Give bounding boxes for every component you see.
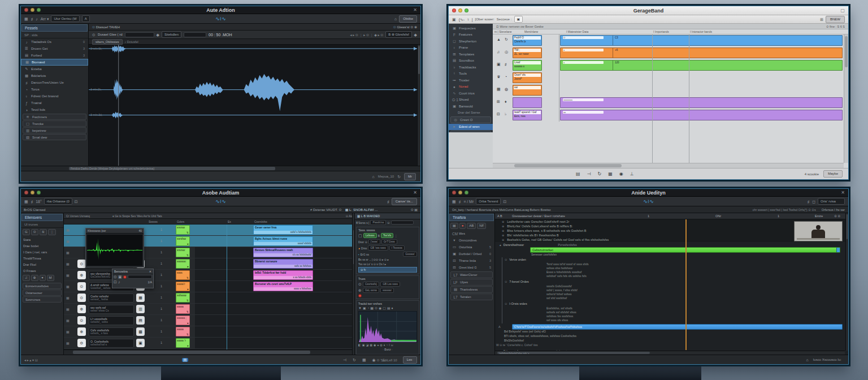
track-lane[interactable]: O C3: [559, 34, 844, 47]
diamond-icon[interactable]: ◆: [414, 33, 417, 37]
track-type-icon[interactable]: ⊟: [497, 112, 500, 116]
panel-icon[interactable]: ⊡: [75, 200, 78, 204]
toolbar-right-button[interactable]: Canve' tis...: [392, 198, 417, 205]
horizontal-scrollbar[interactable]: [493, 163, 844, 168]
track-header-cell[interactable]: Ossrf 'vfs Jssrsf*: [513, 72, 542, 83]
zoom-button[interactable]: [37, 8, 41, 12]
spectrum-tool-icon[interactable]: ▣: [363, 306, 366, 310]
titlebar[interactable]: Asobe Audtiam ✕: [21, 189, 420, 197]
footer-button[interactable]: Maybe: [823, 170, 843, 178]
box-icon[interactable]: ▢: [358, 234, 362, 238]
toolbar-right-button[interactable]: Obtibe: [399, 15, 417, 23]
transport-input[interactable]: [125, 32, 154, 37]
tab-editor[interactable]: Dtwsoef TAVEH: [92, 25, 120, 29]
track-type-icon[interactable]: ▦: [497, 87, 501, 92]
vertical-scrollbar[interactable]: [844, 34, 848, 163]
window-expand-icon[interactable]: ▢: [840, 8, 845, 13]
track-cycle-icon[interactable]: ♯: [505, 62, 507, 66]
track-row[interactable]: ▲ ↻ Fsdrlf O Clsrw'fs (s O: [493, 34, 844, 47]
secondary-left[interactable]: ⊡ Wone nemesn ow Bever Gesbe: [496, 25, 544, 28]
audio-region[interactable]: O C3: [560, 35, 843, 46]
record-icon[interactable]: ⊙: [92, 33, 96, 37]
track-lane[interactable]: s +6: [559, 47, 844, 59]
toggle-button[interactable]: ♫: [23, 275, 30, 281]
search-input[interactable]: [184, 32, 206, 37]
toolbar-icon[interactable]: ♯: [31, 17, 33, 21]
track-fx-icon[interactable]: ▣: [136, 339, 145, 347]
param-row[interactable]: Tss ss Ls' s ⊙ s Os I ▸: [357, 262, 418, 266]
row-toggle-icon[interactable]: [66, 239, 70, 243]
audio-clip[interactable]: Bghs Actsus /dmst rseve ssssf sfsfsfs: [253, 236, 313, 246]
workspace-dropdown[interactable]: Orba Tsrssrd: [476, 198, 501, 205]
spectrum-option-icon[interactable]: ♦: [384, 344, 385, 347]
horizontal-scrollbar[interactable]: [64, 349, 354, 355]
scroll-thumb[interactable]: [73, 351, 310, 354]
track-fx-icon[interactable]: ▥: [136, 305, 145, 313]
clip-badge[interactable]: sssss↯: [176, 304, 190, 314]
track-row[interactable]: ♛ ◔ Ossrf 'vfs Jssrsf*: [493, 72, 844, 84]
spectrum-tool-icon[interactable]: ⊙: [375, 306, 377, 310]
clip-badge[interactable]: ssssss ;▸: [176, 316, 190, 325]
titlebar[interactable]: Aute Adtion ✕: [21, 6, 420, 14]
spectrum-option-icon[interactable]: ◪: [366, 344, 368, 347]
track-lane[interactable]: [559, 84, 844, 97]
param-chip[interactable]: GB 'sss ssss: [368, 245, 388, 251]
track-lane[interactable]: [559, 72, 844, 84]
sidebar-item[interactable]: ▤ Thartrebress: [450, 286, 493, 293]
group-name[interactable]: Dsrsrsfssfrsssr: [504, 243, 524, 247]
transport-right-icons[interactable]: ◂ ▸ ⊙ ⋮ ▸ ⊙ ⋮ ◆ ▸ ⊙: [350, 33, 383, 37]
sidebar-item[interactable]: Ostarseoser: [23, 290, 62, 296]
sidebar-item[interactable]: ▤ Forbed 3: [21, 52, 88, 59]
search-chip[interactable]: Orts' rvisa: [818, 198, 845, 205]
markers-header[interactable]: Tinafsra: [449, 214, 494, 221]
sidebar-item[interactable]: O Fmaes: [21, 267, 63, 274]
sidebar-item[interactable]: ▣ Durbidel / Orbed 0: [449, 251, 494, 257]
footer-icon[interactable]: ▤: [576, 172, 580, 176]
track-type-icon[interactable]: ▣: [497, 62, 501, 67]
panel-input[interactable]: [391, 221, 414, 224]
record-toggle[interactable]: ●: [459, 223, 466, 229]
track-lane[interactable]: ssssssss: [559, 97, 844, 109]
grid-icon[interactable]: ▣: [118, 275, 122, 279]
row-toggle-icon[interactable]: [66, 228, 70, 232]
note-icon[interactable]: ♪: [118, 280, 120, 284]
clips-panel-header[interactable]: Ellensvers: [21, 214, 63, 221]
status-button[interactable]: Mr: [404, 173, 416, 180]
sidebar-item[interactable]: F Features: [449, 32, 493, 38]
row-toggle-icon[interactable]: [66, 307, 70, 311]
table-row[interactable]: ⊕ Csfs vssfssfsfs ssfssfs_ s fsss ▩ 1 ss…: [64, 326, 354, 338]
track-lane[interactable]: s 120: [559, 59, 844, 72]
scroll-thumb[interactable]: [845, 36, 848, 67]
grid-icon[interactable]: ♯: [387, 200, 389, 204]
spectrum-tool-icon[interactable]: ▢: [383, 306, 386, 310]
clip-badge[interactable]: sssss'r▸: [176, 282, 190, 291]
close-button[interactable]: [24, 8, 28, 12]
vertical-scrollbar[interactable]: [845, 213, 848, 351]
table-row[interactable]: ⊙ L'r ussssfssfs ssfssfsf_ ssfss ▤ 1 sss…: [64, 315, 354, 326]
sidebar-item[interactable]: ThraWTimea: [21, 255, 63, 261]
sidebar-item[interactable]: ▣ Barswold: [449, 103, 493, 110]
track-icon[interactable]: ⊖: [77, 339, 86, 347]
sidebar-item[interactable]: ▩ Bdclarlots: [21, 72, 88, 79]
window-close-icon[interactable]: ✕: [413, 190, 417, 195]
monitor-chip[interactable]: B ⊕ Gbrsfsfsf: [385, 31, 411, 38]
toggle-button[interactable]: G: [23, 229, 30, 235]
sidebar-item[interactable]: ▾ Omncordires: [449, 237, 494, 244]
sidebar-item[interactable]: ● Norad: [449, 84, 493, 90]
toolbar-icon[interactable]: ♯: [31, 200, 33, 204]
sidebar-item[interactable]: ▤ Soundbox: [449, 58, 493, 64]
toolbar-icon[interactable]: ▦: [452, 200, 456, 204]
audio-clip[interactable]: Geser oener frva ssfsf s fsfsfssfsfsfs: [253, 225, 313, 235]
horizontal-scrollbar[interactable]: Fendus Darbu Derde (Welpae Deybdgsleraev…: [21, 166, 420, 171]
track-header-cell[interactable]: Fsdrlf O Clsrw'fs (s: [513, 35, 542, 46]
sidebar-item[interactable]: I Oars ( rvel, vars: [21, 249, 63, 255]
track-name-box[interactable]: Csfs vssfssfsfs ssfssfs_ s fsss: [89, 327, 134, 336]
param-chip[interactable]: ssssssr: [380, 288, 394, 293]
table-row[interactable]: ⊙ A srrsfr ssfsrss Gsssfssf_ ssfsss ▣ 1 …: [64, 281, 354, 292]
sidebar-item[interactable]: L7 Tetralen: [450, 293, 493, 300]
sidebar-item[interactable]: ♪ Tladadrek Os 0: [21, 38, 88, 45]
track-fx-icon[interactable]: ▤: [136, 316, 145, 325]
toolbar-icon[interactable]: ♮: [467, 18, 469, 21]
spectrum-tool-icon[interactable]: ♦: [392, 306, 393, 310]
track-fx-icon[interactable]: ▩: [136, 327, 145, 336]
